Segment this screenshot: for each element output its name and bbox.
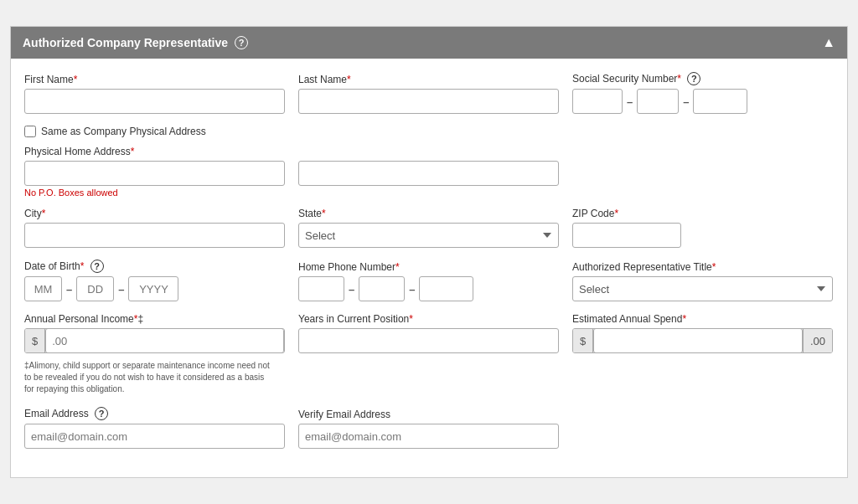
row-income-years-spend: Annual Personal Income*‡ $ ‡Alimony, chi… [24, 313, 834, 395]
first-name-input[interactable] [24, 89, 285, 114]
city-group: City* [24, 208, 285, 248]
state-label: State* [298, 208, 559, 219]
physical-address-label: Physical Home Address* [24, 146, 834, 157]
row-city-state-zip: City* State* Select ALAKAZAR CACOCTDE FL… [24, 208, 834, 248]
same-address-label[interactable]: Same as Company Physical Address [41, 126, 206, 137]
phone-part2-input[interactable] [359, 276, 405, 301]
email-input[interactable] [24, 424, 285, 449]
annual-income-label: Annual Personal Income*‡ [24, 313, 285, 325]
annual-income-prefix: $ [25, 329, 45, 352]
phone-dash-1: – [349, 283, 354, 296]
address-line1-group [24, 161, 285, 186]
dob-label: Date of Birth* ? [24, 260, 285, 273]
ssn-part3-input[interactable] [693, 89, 747, 114]
estimated-spend-input-group: $ .00 [572, 328, 833, 353]
ssn-dash-1: – [627, 95, 633, 108]
annual-income-input[interactable] [45, 328, 284, 353]
address-line1-input[interactable] [24, 161, 285, 186]
email-help-icon[interactable]: ? [95, 407, 108, 420]
verify-email-label: Verify Email Address [298, 409, 559, 420]
ssn-part2-input[interactable] [637, 89, 679, 114]
estimated-spend-prefix: $ [573, 329, 593, 352]
last-name-label: Last Name* [298, 74, 559, 85]
row-email: Email Address ? Verify Email Address [24, 407, 834, 449]
estimated-spend-label: Estimated Annual Spend* [572, 313, 833, 325]
ssn-label: Social Security Number* ? [572, 72, 833, 85]
dob-dash-1: – [66, 283, 72, 296]
home-phone-group: Home Phone Number* – – [298, 261, 559, 301]
zip-group: ZIP Code* [572, 208, 681, 248]
phone-part3-input[interactable] [419, 276, 473, 301]
estimated-spend-suffix: .00 [803, 329, 832, 352]
address-inputs-row [24, 161, 834, 186]
years-position-input[interactable] [298, 328, 559, 353]
city-input[interactable] [24, 223, 285, 248]
card-header-left: Authorized Company Representative ? [23, 36, 248, 49]
dob-yyyy-input[interactable] [128, 276, 178, 301]
estimated-spend-input[interactable] [593, 328, 803, 353]
collapse-icon[interactable]: ▲ [822, 35, 835, 50]
ssn-input-group: – – [572, 89, 833, 114]
dob-group: Date of Birth* ? – – [24, 260, 285, 301]
verify-email-input[interactable] [298, 424, 559, 449]
zip-input[interactable] [572, 223, 681, 248]
dob-mm-input[interactable] [24, 276, 62, 301]
zip-label: ZIP Code* [572, 208, 681, 219]
same-address-row: Same as Company Physical Address [24, 126, 834, 137]
card-title: Authorized Company Representative [23, 36, 228, 49]
address-line2-group [298, 161, 559, 186]
years-position-label: Years in Current Position* [298, 313, 559, 325]
last-name-input[interactable] [298, 89, 559, 114]
rep-title-group: Authorized Representative Title* Select … [572, 261, 833, 301]
dob-dd-input[interactable] [76, 276, 114, 301]
first-name-group: First Name* [24, 74, 285, 114]
rep-title-label: Authorized Representative Title* [572, 261, 833, 273]
dob-dash-2: – [118, 283, 124, 296]
last-name-group: Last Name* [298, 74, 559, 114]
years-position-group: Years in Current Position* [298, 313, 559, 353]
phone-input-group: – – [298, 276, 559, 301]
ssn-help-icon[interactable]: ? [687, 72, 700, 85]
row-name-ssn: First Name* Last Name* Social Security N… [24, 72, 834, 114]
ssn-dash-2: – [683, 95, 689, 108]
city-label: City* [24, 208, 285, 219]
email-group: Email Address ? [24, 407, 285, 449]
rep-title-select[interactable]: Select CEO CFO COO President Vice Presid… [572, 276, 833, 301]
email-label: Email Address ? [24, 407, 285, 420]
ssn-part1-input[interactable] [572, 89, 623, 114]
dob-help-icon[interactable]: ? [90, 260, 104, 273]
first-name-label: First Name* [24, 74, 285, 85]
row-dob-phone-title: Date of Birth* ? – – Home Phone Number* [24, 260, 834, 301]
header-help-icon[interactable]: ? [235, 36, 248, 49]
alimony-note: ‡Alimony, child support or separate main… [24, 360, 276, 395]
annual-income-group: Annual Personal Income*‡ $ ‡Alimony, chi… [24, 313, 285, 395]
card-header: Authorized Company Representative ? ▲ [11, 27, 847, 59]
phone-part1-input[interactable] [298, 276, 344, 301]
verify-email-group: Verify Email Address [298, 409, 559, 449]
state-select[interactable]: Select ALAKAZAR CACOCTDE FLGAHIID ILINIA… [298, 223, 559, 248]
card-body: First Name* Last Name* Social Security N… [11, 59, 847, 477]
authorized-rep-card: Authorized Company Representative ? ▲ Fi… [10, 26, 848, 478]
state-group: State* Select ALAKAZAR CACOCTDE FLGAHIID… [298, 208, 559, 248]
physical-address-label-group: Physical Home Address* [24, 146, 834, 157]
same-address-checkbox[interactable] [24, 126, 36, 137]
estimated-spend-group: Estimated Annual Spend* $ .00 [572, 313, 833, 353]
phone-dash-2: – [409, 283, 415, 296]
home-phone-label: Home Phone Number* [298, 261, 559, 273]
dob-input-group: – – [24, 276, 285, 301]
annual-income-input-group: $ [24, 328, 285, 353]
ssn-group: Social Security Number* ? – – [572, 72, 833, 114]
address-line2-input[interactable] [298, 161, 559, 186]
no-po-note: No P.O. Boxes allowed [24, 188, 834, 198]
